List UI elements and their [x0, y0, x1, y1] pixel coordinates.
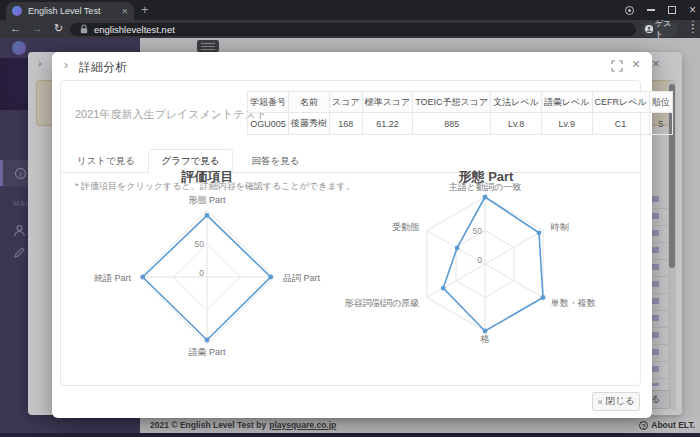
radar-chart-keitai-part[interactable]: 500主語と動詞の一致時制単数・複数格形容詞/副詞の原級受動態 [256, 180, 648, 358]
browser-tab[interactable]: English Level Test × [6, 2, 134, 20]
table-header-cell: 学籍番号 [248, 92, 289, 113]
record-indicator-icon [625, 6, 634, 15]
svg-text:0: 0 [477, 255, 482, 265]
table-header-cell: CEFRレベル [592, 92, 649, 113]
svg-text:形容詞/副詞の原級: 形容詞/副詞の原級 [344, 298, 419, 308]
svg-text:格: 格 [481, 334, 490, 344]
table-header-cell: 文法レベル [491, 92, 542, 113]
svg-text:50: 50 [473, 226, 483, 236]
tab-title: English Level Test [28, 6, 118, 16]
detail-modal: › 詳細分析 × 2021年度新入生プレイスメントテスト 学籍番号 名前 スコア… [52, 52, 652, 418]
guest-label: ゲスト [655, 18, 675, 40]
svg-text:受動態: 受動態 [392, 222, 419, 232]
browser-toolbar: ← → ↻ englishleveltest.net ゲスト ⋮⋮ [0, 20, 700, 38]
close-window-button[interactable]: × [689, 4, 696, 16]
tab-close-icon[interactable]: × [122, 6, 128, 17]
table-cell: Lv.8 [491, 113, 542, 135]
maximize-button[interactable] [668, 6, 676, 14]
test-name: 2021年度新入生プレイスメントテスト [75, 107, 267, 122]
expand-button[interactable] [611, 60, 623, 72]
table-cell: 5 [649, 113, 672, 135]
table-header-row: 学籍番号 名前 スコア 標準スコア TOEIC予想スコア 文法レベル 語彙レベル… [248, 92, 673, 113]
modal-close-button[interactable]: × [632, 56, 640, 72]
svg-text:語彙 Part: 語彙 Part [188, 347, 226, 357]
refresh-button[interactable]: ↻ [54, 22, 63, 35]
svg-text:時制: 時制 [551, 222, 569, 232]
minimize-button[interactable] [647, 9, 655, 11]
modal-chevron-icon: › [64, 58, 68, 72]
table-header-cell: 名前 [289, 92, 330, 113]
table-row: OGU005 後藤秀樹 168 61.22 885 Lv.8 Lv.9 C1 5 [248, 113, 673, 135]
close-button[interactable]: × 閉じる [592, 392, 640, 411]
svg-text:0: 0 [199, 268, 204, 278]
table-cell: C1 [592, 113, 649, 135]
url-text: englishleveltest.net [94, 24, 175, 35]
table-header-cell: 標準スコア [362, 92, 413, 113]
table-header-cell: 語彙レベル [541, 92, 592, 113]
guest-profile-button[interactable]: ゲスト [642, 22, 678, 37]
back-button[interactable]: ← [10, 22, 21, 34]
screen: English Level Test × + × ← → ↻ englishle… [0, 0, 700, 437]
table-cell: OGU005 [248, 113, 289, 135]
table-cell: 後藤秀樹 [289, 113, 330, 135]
table-cell: Lv.9 [541, 113, 592, 135]
svg-text:形態 Part: 形態 Part [188, 195, 226, 205]
table-cell: 885 [413, 113, 491, 135]
new-tab-button[interactable]: + [141, 2, 149, 17]
browser-tabstrip: English Level Test × + × [0, 0, 700, 20]
lock-icon [80, 24, 88, 34]
table-header-cell: TOEIC予想スコア [413, 92, 491, 113]
avatar-icon [645, 24, 653, 34]
table-header-cell: スコア [330, 92, 363, 113]
forward-button[interactable]: → [32, 22, 43, 34]
url-bar[interactable]: englishleveltest.net [70, 23, 636, 36]
table-header-cell: 順位 [649, 92, 672, 113]
svg-text:単数・複数: 単数・複数 [551, 298, 596, 308]
close-x-icon: × [597, 397, 602, 407]
favicon-icon [12, 6, 22, 16]
svg-text:統語 Part: 統語 Part [94, 273, 132, 283]
modal-title: 詳細分析 [79, 59, 127, 76]
svg-text:主語と動詞の一致: 主語と動詞の一致 [449, 182, 521, 192]
table-cell: 168 [330, 113, 363, 135]
results-table: 学籍番号 名前 スコア 標準スコア TOEIC予想スコア 文法レベル 語彙レベル… [247, 91, 673, 135]
table-cell: 61.22 [362, 113, 413, 135]
svg-text:50: 50 [195, 239, 205, 249]
browser-menu-button[interactable]: ⋮⋮ [688, 23, 698, 31]
